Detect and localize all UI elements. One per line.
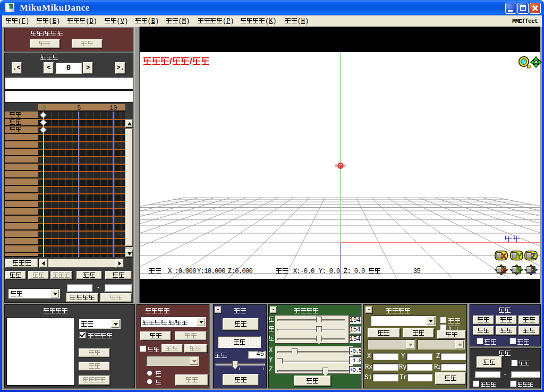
svg-text:X: X — [502, 252, 507, 260]
svg-text:Z: Z — [531, 266, 536, 275]
svg-text:Z: Z — [531, 252, 536, 260]
svg-text:Y: Y — [517, 266, 522, 275]
svg-text:Y: Y — [517, 252, 522, 260]
svg-text:X: X — [502, 266, 507, 275]
